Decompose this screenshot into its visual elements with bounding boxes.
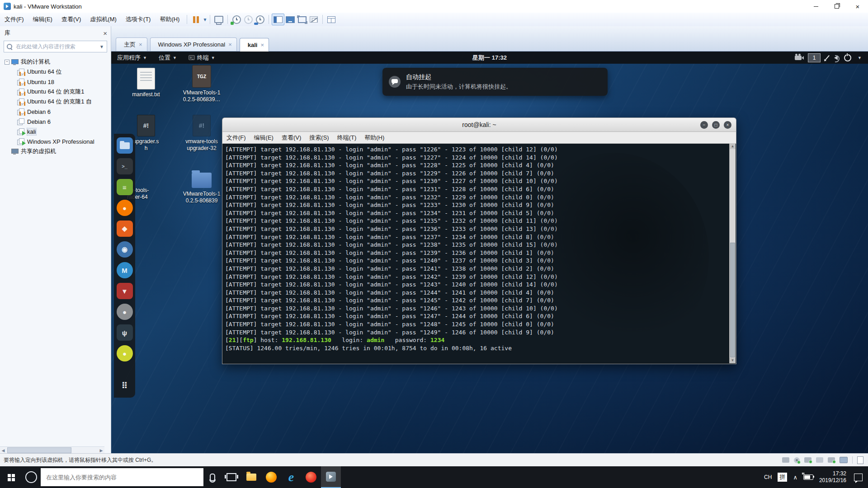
vm-tree-item[interactable]: Debian 6 — [0, 117, 111, 127]
desktop-icon-manifest[interactable]: manifest.txt — [121, 68, 171, 98]
guest-clock[interactable]: 星期一 17:32 — [472, 54, 507, 62]
pause-icon[interactable] — [190, 14, 202, 25]
terminal-menu[interactable]: >_终端▼ — [183, 52, 221, 64]
menu-item[interactable]: 编辑(E) — [28, 13, 57, 26]
vm-console[interactable]: 应用程序▼ 位置▼ >_终端▼ 星期一 17:32 1 ▼ — [111, 52, 868, 454]
vm-tree-item[interactable]: Windows XP Professional — [0, 136, 111, 146]
restore-button[interactable] — [826, 0, 847, 13]
desktop-icon-upgrader-32[interactable]: #! vmware-toolsupgrader-32 — [177, 115, 226, 152]
tab-grid-icon[interactable] — [326, 14, 337, 25]
library-hscrollbar[interactable]: ◀ ▶ — [0, 446, 104, 454]
menu-item[interactable]: 文件(F) — [0, 13, 28, 26]
volume-icon[interactable] — [834, 56, 838, 60]
edge-button[interactable]: e — [281, 466, 301, 488]
terminal-menu-item[interactable]: 帮助(H) — [360, 134, 388, 142]
terminal-minimize-icon[interactable]: − — [700, 121, 708, 129]
file-manager-icon[interactable] — [117, 137, 133, 154]
cortana-icon[interactable] — [25, 471, 37, 483]
maltego-icon[interactable]: M — [117, 262, 133, 278]
suspend-notification[interactable]: 自动挂起 由于长时间未活动，计算机将很快挂起。 — [382, 68, 608, 96]
burpsuite-icon[interactable]: ● — [117, 304, 133, 320]
browser-button[interactable] — [301, 466, 321, 488]
menu-item[interactable]: 帮助(H) — [155, 13, 184, 26]
software-icon[interactable]: ◆ — [117, 221, 133, 237]
terminal-titlebar[interactable]: root@kali: ~ − □ × — [222, 117, 736, 132]
terminal-window[interactable]: root@kali: ~ − □ × 文件(F)编辑(E)查看(V)搜索(S)终… — [222, 117, 736, 364]
terminal-maximize-icon[interactable]: □ — [712, 121, 720, 129]
scroll-left-icon[interactable]: ◀ — [0, 448, 6, 453]
unity-icon[interactable] — [308, 14, 320, 25]
console-view-icon[interactable] — [284, 14, 296, 25]
hidden-icons-chevron[interactable]: ∧ — [793, 474, 797, 481]
taskbar-clock[interactable]: 17:32 2019/12/16 — [819, 470, 846, 484]
taskbar-search-input[interactable] — [45, 474, 199, 481]
metasploit-icon[interactable]: ▼ — [117, 283, 133, 299]
beef-icon[interactable]: ● — [117, 345, 133, 361]
vm-tab[interactable]: Windows XP Professional × — [150, 38, 237, 51]
wireless-tool-icon[interactable]: ψ — [117, 324, 133, 341]
start-button[interactable] — [0, 466, 22, 488]
firefox-button[interactable] — [261, 466, 281, 488]
ime-language[interactable]: CH — [764, 474, 772, 480]
text-editor-icon[interactable]: ≡ — [117, 179, 133, 195]
network-adapter-icon[interactable] — [804, 457, 811, 463]
panel-caret-icon[interactable]: ▼ — [858, 56, 862, 60]
vmware-taskbar-button[interactable] — [321, 466, 341, 488]
snapshot-take-icon[interactable] — [231, 14, 242, 25]
tree-node-shared-vms[interactable]: 共享的虚拟机 — [0, 146, 111, 156]
menu-item[interactable]: 虚拟机(M) — [85, 13, 121, 26]
terminal-menu-item[interactable]: 文件(F) — [222, 134, 250, 142]
tree-node-my-computer[interactable]: − 我的计算机 — [0, 57, 111, 67]
screen-record-icon[interactable] — [795, 56, 802, 60]
show-library-icon[interactable] — [272, 14, 284, 25]
microphone-icon[interactable] — [210, 474, 215, 481]
desktop-icon-vmwaretools-folder[interactable]: VMwareTools-10.2.5-806839 — [177, 168, 226, 204]
network-icon[interactable] — [213, 14, 225, 25]
terminal-menu-item[interactable]: 搜索(S) — [305, 134, 333, 142]
terminal-icon[interactable]: >_ — [117, 158, 133, 174]
hard-disk-icon[interactable] — [782, 457, 789, 463]
fullscreen-icon[interactable] — [296, 14, 308, 25]
tab-close-icon[interactable]: × — [260, 42, 264, 48]
library-search-input[interactable] — [15, 43, 99, 50]
snapshot-manager-icon[interactable] — [254, 14, 266, 25]
power-icon[interactable] — [844, 54, 851, 61]
vm-tree-item[interactable]: Ubuntu 18 — [0, 77, 111, 87]
minimize-button[interactable] — [806, 0, 826, 13]
action-center-icon[interactable] — [854, 474, 863, 481]
image-viewer-icon[interactable]: ◉ — [117, 241, 133, 258]
applications-menu[interactable]: 应用程序▼ — [111, 52, 153, 64]
battery-icon[interactable] — [803, 474, 813, 480]
terminal-scrollbar[interactable]: ▲ ▼ — [729, 144, 736, 363]
vm-tree-item[interactable]: Ubuntu 64 位 — [0, 67, 111, 77]
vm-tab[interactable]: kali × — [240, 38, 269, 52]
show-applications-icon[interactable]: ⠿ — [117, 378, 133, 394]
terminal-menu-item[interactable]: 编辑(E) — [250, 134, 278, 142]
display-icon[interactable] — [840, 457, 848, 463]
cdrom-icon[interactable] — [794, 457, 800, 463]
scroll-right-icon[interactable]: ▶ — [98, 448, 104, 453]
terminal-menu-item[interactable]: 终端(T) — [333, 134, 361, 142]
places-menu[interactable]: 位置▼ — [153, 52, 183, 64]
expander-icon[interactable]: − — [5, 60, 9, 65]
tab-close-icon[interactable]: × — [139, 41, 142, 48]
ime-mode[interactable]: 拼 — [778, 473, 787, 482]
caret-down-icon[interactable]: ▼ — [203, 17, 207, 22]
web-browser-icon[interactable]: ● — [117, 200, 133, 216]
usb-icon[interactable] — [828, 457, 835, 463]
scroll-thumb[interactable] — [730, 243, 735, 357]
close-button[interactable]: × — [847, 0, 868, 13]
tab-close-icon[interactable]: × — [228, 41, 232, 48]
taskbar-search[interactable] — [41, 468, 203, 486]
vm-tree-item[interactable]: kali — [0, 127, 111, 136]
scroll-down-icon[interactable]: ▼ — [730, 358, 736, 363]
library-search[interactable]: ▼ — [4, 41, 107, 52]
menu-item[interactable]: 选项卡(T) — [121, 13, 156, 26]
vm-tree-item[interactable]: Debian 6 — [0, 107, 111, 117]
workspace-indicator[interactable]: 1 — [808, 53, 821, 62]
vm-tab[interactable]: 主页 × — [116, 38, 147, 51]
search-caret-icon[interactable]: ▼ — [99, 44, 104, 49]
terminal-menu-item[interactable]: 查看(V) — [278, 134, 305, 142]
restore-layout-icon[interactable] — [857, 456, 863, 464]
menu-item[interactable]: 查看(V) — [57, 13, 85, 26]
